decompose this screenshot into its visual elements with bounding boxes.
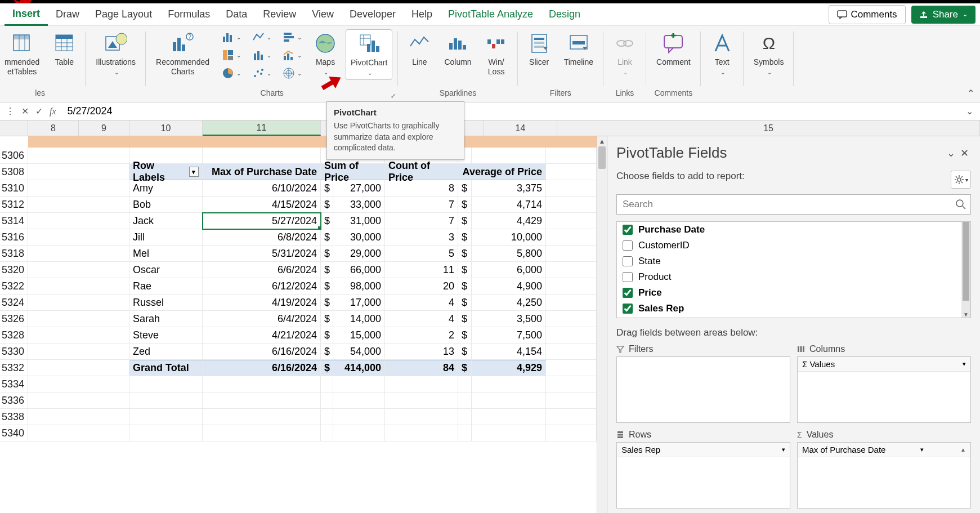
maps-button[interactable]: Maps⌄	[310, 29, 341, 79]
link-button[interactable]: Link⌄	[609, 29, 641, 79]
cell[interactable]	[385, 392, 458, 409]
cell[interactable]: 5326	[0, 311, 28, 327]
cell[interactable]: $	[321, 246, 333, 262]
tab-formulas[interactable]: Formulas	[160, 4, 218, 25]
cell[interactable]	[28, 148, 129, 164]
chart-line-button[interactable]: ⌄	[249, 29, 275, 45]
cell[interactable]: 29,000	[333, 246, 385, 262]
cell[interactable]	[28, 180, 129, 197]
cell[interactable]: 4/21/2024	[203, 327, 321, 344]
cell[interactable]: 7	[385, 213, 458, 229]
cell[interactable]	[546, 180, 597, 197]
cell[interactable]: 4/19/2024	[203, 295, 321, 311]
cell[interactable]	[546, 327, 597, 344]
tab-review[interactable]: Review	[255, 4, 304, 25]
cell[interactable]: 20	[385, 278, 458, 295]
cell[interactable]: Mel	[129, 246, 203, 262]
cell[interactable]: 7	[385, 197, 458, 213]
field-checkbox[interactable]	[623, 304, 633, 314]
values-item-maxpurchase[interactable]: Max of Purchase Date▾▲	[798, 443, 970, 457]
cell[interactable]: Steve	[129, 327, 203, 344]
cell[interactable]: 4,714	[472, 197, 546, 213]
cell[interactable]	[546, 392, 597, 409]
cell[interactable]: 5314	[0, 213, 28, 229]
cell[interactable]: $	[458, 246, 472, 262]
cell[interactable]: $	[321, 262, 333, 278]
cell[interactable]: $	[321, 344, 333, 360]
cell[interactable]	[28, 344, 129, 360]
field-search-input[interactable]	[616, 194, 971, 215]
cell[interactable]	[129, 376, 203, 392]
tab-draw[interactable]: Draw	[48, 4, 87, 25]
field-list[interactable]: Purchase DateCustomerIDStateProductPrice…	[616, 221, 971, 318]
cell[interactable]: 5312	[0, 197, 28, 213]
cell[interactable]	[458, 425, 472, 441]
cell[interactable]	[28, 392, 129, 409]
cell[interactable]: 4/15/2024	[203, 197, 321, 213]
cell[interactable]	[546, 213, 597, 229]
cell[interactable]: 414,000	[333, 360, 385, 376]
cell[interactable]	[203, 376, 321, 392]
cell[interactable]: $	[321, 197, 333, 213]
cell[interactable]: 5338	[0, 409, 28, 425]
cell[interactable]: Amy	[129, 180, 203, 197]
chart-column-button[interactable]: ⌄	[218, 29, 244, 45]
cell[interactable]	[321, 425, 333, 441]
cell[interactable]	[472, 148, 546, 164]
tab-view[interactable]: View	[304, 4, 342, 25]
cell[interactable]: 5336	[0, 392, 28, 409]
rowlabels-dropdown[interactable]: ▾	[189, 167, 199, 177]
tab-page-layout[interactable]: Page Layout	[87, 4, 160, 25]
chart-treemap-button[interactable]: ⌄	[218, 47, 244, 63]
collapse-ribbon-button[interactable]: ⌃	[967, 88, 974, 99]
cell[interactable]: 5332	[0, 360, 28, 376]
cell[interactable]: Russel	[129, 295, 203, 311]
rows-item-salesrep[interactable]: Sales Rep▾	[617, 443, 790, 457]
cell[interactable]: 5,800	[472, 246, 546, 262]
cell[interactable]	[458, 409, 472, 425]
cell[interactable]: $	[458, 327, 472, 344]
filters-drop-area[interactable]	[616, 356, 790, 423]
cell[interactable]: 6/12/2024	[203, 278, 321, 295]
cell[interactable]: 6,000	[472, 262, 546, 278]
cell[interactable]: 5318	[0, 246, 28, 262]
cell[interactable]: 6/4/2024	[203, 311, 321, 327]
recommended-pivottables-button[interactable]: mmended etTables	[0, 29, 44, 79]
chart-pie-button[interactable]: ⌄	[218, 65, 244, 81]
columns-drop-area[interactable]: Σ Values▾	[797, 356, 971, 423]
cell[interactable]: 2	[385, 327, 458, 344]
cell[interactable]: $	[458, 344, 472, 360]
columns-item-values[interactable]: Σ Values▾	[798, 357, 970, 372]
cell[interactable]: 5/31/2024	[203, 246, 321, 262]
cell[interactable]: 5308	[0, 164, 28, 180]
col-header-15[interactable]: 15	[557, 121, 980, 136]
cell[interactable]	[28, 164, 129, 180]
cell[interactable]: 4,154	[472, 344, 546, 360]
cell[interactable]	[321, 376, 333, 392]
cell[interactable]: $	[321, 278, 333, 295]
cell[interactable]: Row Labels▾	[129, 164, 203, 180]
table-button[interactable]: Table	[48, 29, 80, 69]
cell[interactable]: 5340	[0, 425, 28, 441]
cell[interactable]	[546, 409, 597, 425]
tab-pivottable-analyze[interactable]: PivotTable Analyze	[440, 4, 541, 25]
fx-icon[interactable]: fx	[50, 106, 56, 117]
cell[interactable]: 5306	[0, 148, 28, 164]
cell[interactable]: $	[458, 229, 472, 246]
cell[interactable]: 4	[385, 295, 458, 311]
timeline-button[interactable]: Timeline	[560, 29, 598, 69]
cell[interactable]: Bob	[129, 197, 203, 213]
field-checkbox[interactable]	[623, 272, 633, 282]
cell[interactable]: 6/16/2024	[203, 360, 321, 376]
cell[interactable]: 3	[385, 229, 458, 246]
cell[interactable]	[28, 409, 129, 425]
tab-help[interactable]: Help	[404, 4, 440, 25]
cell[interactable]: $	[321, 360, 333, 376]
cell[interactable]	[28, 311, 129, 327]
cell[interactable]: 5330	[0, 344, 28, 360]
field-list-scrollbar[interactable]: ▲ ▼	[961, 222, 970, 318]
field-item[interactable]: Sales Rep	[617, 301, 970, 316]
cell[interactable]: 66,000	[333, 262, 385, 278]
field-checkbox[interactable]	[623, 288, 633, 298]
formula-accept-button[interactable]: ✓	[35, 106, 43, 117]
